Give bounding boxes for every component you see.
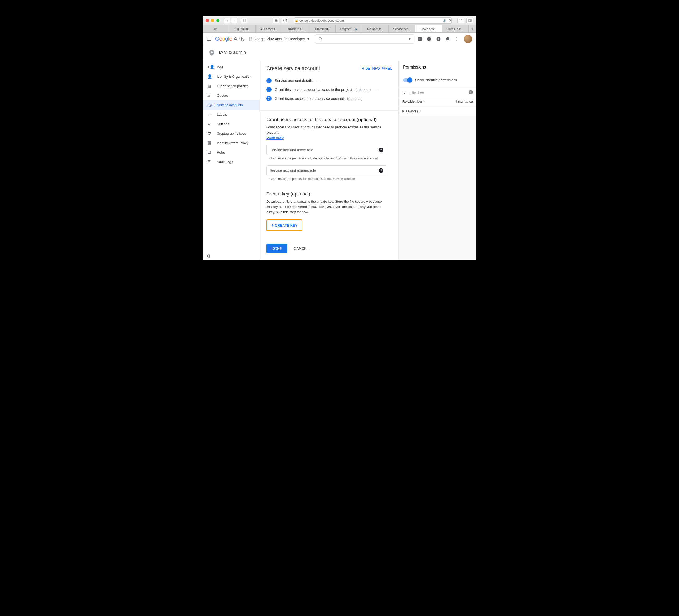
menu-icon[interactable]: ☰ bbox=[207, 36, 212, 42]
inherited-toggle-label: Show inherited permissions bbox=[415, 78, 457, 82]
roles-icon: ⬓ bbox=[207, 150, 212, 155]
lock-icon: 🔒 bbox=[294, 19, 298, 22]
browser-tab[interactable]: Grammarly bbox=[309, 25, 335, 32]
browser-tab[interactable]: Publish to G... bbox=[282, 25, 309, 32]
browser-tab[interactable]: API access... bbox=[256, 25, 282, 32]
search-icon bbox=[318, 37, 323, 41]
page-header: IAM & admin bbox=[202, 45, 477, 60]
help-icon[interactable]: ? bbox=[468, 90, 473, 94]
sidebar-item-cryptographic-keys[interactable]: 🛡Cryptographic keys bbox=[202, 129, 260, 138]
maximize-window-icon[interactable] bbox=[216, 19, 219, 22]
sidebar-item-label: Quotas bbox=[217, 94, 228, 97]
sidebar-item-identity-organisation[interactable]: 👤Identity & Organisation bbox=[202, 72, 260, 81]
more-icon[interactable]: ⋮ bbox=[455, 36, 459, 42]
sidebar-item-iam[interactable]: +👤IAM bbox=[202, 62, 260, 72]
people-icon: +👤 bbox=[207, 65, 212, 69]
minimize-window-icon[interactable] bbox=[211, 19, 214, 22]
users-role-input[interactable]: Service account users role ? bbox=[266, 145, 386, 155]
sidebar-item-label: Labels bbox=[217, 113, 227, 117]
inherited-toggle[interactable] bbox=[403, 78, 412, 82]
reader-button[interactable]: ⓘ bbox=[282, 18, 288, 24]
google-apis-logo[interactable]: Google APIs bbox=[215, 36, 245, 42]
browser-tab[interactable]: API access... bbox=[362, 25, 389, 32]
done-button[interactable]: DONE bbox=[266, 244, 287, 253]
svg-point-6 bbox=[251, 37, 252, 38]
expand-icon[interactable]: ▶ bbox=[402, 109, 405, 113]
create-key-title: Create key (optional) bbox=[266, 191, 392, 197]
browser-tab[interactable]: Fragmen...🔊 bbox=[335, 25, 362, 32]
sound-icon[interactable]: 🔊 bbox=[443, 19, 447, 22]
help-icon[interactable]: ? bbox=[379, 148, 384, 152]
step-3: 3Grant users access to this service acco… bbox=[266, 94, 392, 103]
help-icon[interactable]: ? bbox=[436, 37, 441, 41]
owner-row[interactable]: ▶ Owner (3) bbox=[399, 106, 477, 116]
sidebar-item-audit-logs[interactable]: ☰Audit Logs bbox=[202, 157, 260, 166]
project-selector[interactable]: Google Play Android Developer ▼ bbox=[248, 37, 310, 41]
browser-tab[interactable]: Bug 59400:... bbox=[229, 25, 256, 32]
step-label: Grant this service account access to the… bbox=[275, 88, 352, 92]
cancel-button[interactable]: CANCEL bbox=[294, 246, 309, 251]
sidebar-item-label: Audit Logs bbox=[217, 160, 233, 164]
create-key-button[interactable]: + CREATE KEY bbox=[268, 221, 301, 230]
browser-tab[interactable]: de bbox=[202, 25, 229, 32]
person-icon: 👤 bbox=[207, 74, 212, 79]
sidebar-item-roles[interactable]: ⬓Roles bbox=[202, 148, 260, 157]
tabs-button[interactable] bbox=[466, 18, 473, 24]
avatar[interactable] bbox=[464, 35, 472, 43]
sidebar-item-label: Identity & Organisation bbox=[217, 74, 252, 79]
help-icon[interactable]: ? bbox=[379, 168, 384, 173]
address-bar[interactable]: 🔒 console.developers.google.com 🔊 ⟳ bbox=[294, 18, 452, 24]
sidebar-item-organisation-policies[interactable]: ▤Organisation policies bbox=[202, 81, 260, 91]
new-tab-button[interactable]: + bbox=[468, 25, 477, 32]
grant-section-title: Grant users access to this service accou… bbox=[266, 117, 392, 123]
stepper: ✓Service account details —✓Grant this se… bbox=[266, 76, 392, 103]
sidebar-item-identity-aware-proxy[interactable]: ▦Identity-Aware Proxy bbox=[202, 138, 260, 148]
sidebar-item-settings[interactable]: ⚙Settings bbox=[202, 119, 260, 129]
hide-info-panel-button[interactable]: HIDE INFO PANEL bbox=[362, 66, 392, 70]
svg-point-8 bbox=[251, 39, 252, 40]
search-dropdown-icon[interactable]: ▼ bbox=[408, 37, 411, 40]
filter-input[interactable]: Filter tree bbox=[409, 90, 424, 94]
svg-rect-3 bbox=[468, 20, 471, 22]
sidebar-toggle-button[interactable] bbox=[241, 18, 247, 24]
admins-role-hint: Grant users the permission to administer… bbox=[269, 177, 392, 181]
sidebar-item-service-accounts[interactable]: ⬚⊟Service accounts bbox=[202, 100, 260, 110]
create-key-highlight: + CREATE KEY bbox=[266, 219, 302, 231]
admins-role-input[interactable]: Service account admins role ? bbox=[266, 165, 386, 176]
shield-icon bbox=[208, 49, 215, 56]
doc-icon: ▤ bbox=[207, 84, 212, 88]
content: Create service account HIDE INFO PANEL ✓… bbox=[260, 60, 398, 260]
alert-icon[interactable]: ! bbox=[427, 37, 431, 41]
role-column-header[interactable]: Role/Member ↑ bbox=[402, 100, 456, 103]
gift-icon[interactable] bbox=[418, 37, 422, 41]
forward-button[interactable]: › bbox=[231, 18, 237, 24]
proxy-icon: ▦ bbox=[207, 141, 212, 145]
search-input[interactable]: ▼ bbox=[316, 34, 414, 44]
users-role-hint: Grant users the permissions to deploy jo… bbox=[269, 156, 392, 160]
grant-section-desc: Grant access to users or groups that nee… bbox=[266, 125, 392, 135]
browser-tabstrip: deBug 59400:...API access...Publish to G… bbox=[202, 25, 477, 33]
collapse-sidebar-button[interactable]: ❮| bbox=[206, 254, 210, 258]
share-button[interactable] bbox=[457, 18, 464, 24]
filter-icon[interactable] bbox=[402, 91, 406, 94]
notifications-icon[interactable] bbox=[446, 37, 450, 41]
plus-icon: + bbox=[271, 223, 274, 228]
browser-tab[interactable]: Create servi... bbox=[415, 25, 442, 32]
project-name: Google Play Android Developer bbox=[254, 37, 305, 41]
learn-more-link[interactable]: Learn more bbox=[266, 135, 284, 140]
cloud-header: ☰ Google APIs Google Play Android Develo… bbox=[202, 33, 477, 45]
svg-rect-4 bbox=[469, 19, 472, 21]
privacy-report-button[interactable]: ◉ bbox=[272, 18, 280, 24]
browser-tab[interactable]: Service acc... bbox=[389, 25, 415, 32]
inheritance-column-header[interactable]: Inheritance bbox=[456, 100, 473, 103]
browser-tab[interactable]: Stores · Sm... bbox=[442, 25, 468, 32]
svg-rect-14 bbox=[420, 39, 422, 41]
sidebar-item-labels[interactable]: 🏷Labels bbox=[202, 110, 260, 119]
sidebar-item-quotas[interactable]: ⧇Quotas bbox=[202, 91, 260, 100]
permissions-title: Permissions bbox=[399, 60, 477, 74]
reload-icon[interactable]: ⟳ bbox=[449, 19, 451, 22]
titlebar: ‹ › ◉ ⓘ 🔒 console.developers.google.com … bbox=[202, 16, 477, 25]
browser-window: ‹ › ◉ ⓘ 🔒 console.developers.google.com … bbox=[202, 16, 477, 260]
back-button[interactable]: ‹ bbox=[224, 18, 230, 24]
close-window-icon[interactable] bbox=[206, 19, 209, 22]
